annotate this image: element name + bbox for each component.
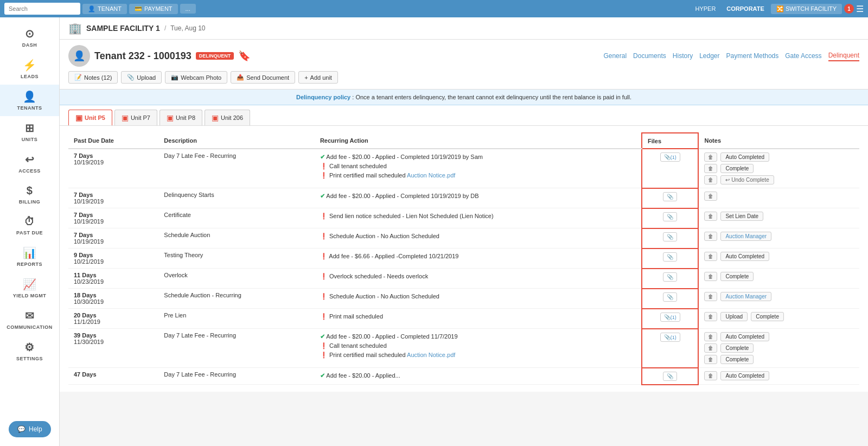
description-cell: Schedule Auction	[158, 228, 315, 249]
sidebar-item-pastdue[interactable]: ⏱ PAST DUE	[0, 210, 59, 241]
switch-facility-button[interactable]: 🔀 SWITCH FACILITY	[771, 4, 842, 14]
help-button[interactable]: 💬 Help	[9, 421, 51, 437]
sidebar-item-billing[interactable]: $ BILLING	[0, 179, 59, 210]
more-nav-button[interactable]: ...	[180, 4, 196, 14]
complete-note-button[interactable]: Complete	[751, 312, 784, 321]
reports-icon: 📊	[23, 246, 37, 259]
content-area: 🏢 SAMPLE FACILITY 1 / Tue, Aug 10 👤 Tena…	[60, 17, 868, 446]
trash-button[interactable]: 🗑	[704, 371, 717, 380]
action-note-button[interactable]: Complete	[720, 355, 754, 364]
action-note-button[interactable]: Complete	[720, 343, 754, 353]
sidebar-item-units[interactable]: ⊞ UNITS	[0, 116, 59, 148]
action-note-button[interactable]: Complete	[720, 164, 754, 173]
file-attachment-button[interactable]: 📎(1)	[660, 313, 680, 322]
notes-button[interactable]: 📝 Notes (12)	[68, 71, 118, 84]
trash-button[interactable]: 🗑	[704, 272, 717, 281]
file-link[interactable]: Auction Notice.pdf	[407, 352, 455, 358]
notes-cell: 🗑Complete	[698, 269, 859, 289]
unit-dot-icon: ▣	[167, 113, 174, 122]
notes-cell: 🗑Auto Completed	[698, 249, 859, 269]
nav-documents[interactable]: Documents	[633, 50, 666, 61]
file-attachment-button[interactable]: 📎	[663, 212, 677, 221]
hamburger-icon[interactable]: ☰	[856, 4, 864, 14]
hyper-link[interactable]: HYPER	[691, 4, 720, 14]
file-attachment-button[interactable]: 📎	[663, 292, 677, 302]
file-attachment-button[interactable]: 📎	[663, 232, 677, 241]
nav-delinquent[interactable]: Delinquent	[828, 50, 859, 61]
alert-badge[interactable]: 1	[844, 4, 854, 14]
file-attachment-button[interactable]: 📎	[663, 192, 677, 201]
file-attachment-button[interactable]: 📎(1)	[660, 333, 680, 342]
sidebar-item-access[interactable]: ↩ ACCESS	[0, 148, 59, 179]
action-note-button[interactable]: Auto Completed	[720, 371, 769, 380]
notes-cell: 🗑Auction Manager	[698, 289, 859, 309]
tenants-icon: 👤	[23, 90, 37, 103]
nav-ledger[interactable]: Ledger	[699, 50, 719, 61]
webcam-button[interactable]: 📷 Webcam Photo	[165, 71, 227, 84]
sidebar-item-communication[interactable]: ✉ COMMUNICATION	[0, 304, 59, 335]
check-icon: ✔	[320, 372, 325, 379]
trash-button[interactable]: 🗑	[704, 164, 717, 173]
nav-payment-methods[interactable]: Payment Methods	[726, 50, 779, 61]
upload-button[interactable]: 📎 Upload	[121, 71, 162, 84]
trash-button[interactable]: 🗑	[704, 192, 717, 201]
trash-button[interactable]: 🗑	[704, 252, 717, 261]
add-unit-button[interactable]: + Add unit	[298, 71, 338, 84]
leads-icon: ⚡	[23, 59, 37, 72]
nav-general[interactable]: General	[603, 50, 627, 61]
files-cell: 📎	[642, 188, 698, 208]
tab-unit-p5[interactable]: ▣ Unit P5	[68, 110, 112, 125]
file-attachment-button[interactable]: 📎	[663, 372, 677, 381]
corporate-link[interactable]: CORPORATE	[722, 4, 768, 14]
tenant-header: 👤 Tenant 232 - 1000193 DELINQUENT 🔖 Gene…	[60, 40, 868, 90]
delinquency-notice: Delinquency policy : Once a tenant enter…	[60, 90, 868, 105]
trash-button[interactable]: 🗑	[704, 332, 717, 341]
trash-button[interactable]: 🗑	[704, 212, 717, 221]
tab-unit-206[interactable]: ▣ Unit 206	[205, 110, 250, 125]
file-link[interactable]: Auction Notice.pdf	[407, 172, 455, 179]
exclaim-icon: ❗	[320, 342, 328, 349]
trash-button[interactable]: 🗑	[704, 292, 717, 301]
trash-button[interactable]: 🗑	[704, 343, 717, 353]
nav-gate-access[interactable]: Gate Access	[785, 50, 821, 61]
exclaim-icon: ❗	[320, 172, 328, 179]
payment-nav-button[interactable]: 💳 PAYMENT	[129, 4, 178, 14]
sidebar-item-reports[interactable]: 📊 REPORTS	[0, 241, 59, 272]
tenant-info-left: 👤 Tenant 232 - 1000193 DELINQUENT 🔖	[68, 45, 250, 67]
search-input[interactable]	[4, 3, 80, 15]
trash-button[interactable]: 🗑	[704, 175, 717, 184]
sidebar-item-tenants[interactable]: 👤 TENANTS	[0, 85, 59, 116]
send-document-button[interactable]: 📤 Send Document	[231, 71, 295, 84]
action-note-button[interactable]: Complete	[720, 272, 754, 281]
nav-history[interactable]: History	[673, 50, 693, 61]
bookmark-icon[interactable]: 🔖	[238, 50, 250, 62]
sidebar-item-leads[interactable]: ⚡ LEADS	[0, 53, 59, 85]
sidebar-item-yieldmgmt[interactable]: 📈 YIELD MGMT	[0, 272, 59, 304]
file-attachment-button[interactable]: 📎	[663, 252, 677, 262]
description-cell: Day 7 Late Fee - Recurring	[158, 368, 315, 385]
action-note-button[interactable]: Auction Manager	[720, 232, 771, 241]
action-note-button[interactable]: Set Lien Date	[720, 212, 763, 221]
past-due-date-cell: 7 Days10/19/2019	[68, 188, 158, 208]
files-cell: 📎(1)	[642, 329, 698, 368]
action-note-button[interactable]: Auto Completed	[720, 332, 769, 341]
action-note-button[interactable]: ↩ Undo Complete	[720, 175, 774, 184]
trash-button[interactable]: 🗑	[704, 355, 717, 364]
action-note-button[interactable]: Auction Manager	[720, 292, 771, 301]
files-cell: 📎	[642, 269, 698, 289]
action-note-button[interactable]: Auto Completed	[720, 252, 769, 261]
trash-button[interactable]: 🗑	[704, 152, 717, 162]
tab-unit-p8[interactable]: ▣ Unit P8	[159, 110, 202, 125]
upload-note-button[interactable]: Upload	[720, 312, 748, 321]
sidebar-item-dash[interactable]: ⊙ DASH	[0, 22, 59, 53]
tenant-nav-button[interactable]: 👤 TENANT	[82, 4, 127, 14]
sidebar-item-settings[interactable]: ⚙ SETTINGS	[0, 335, 59, 367]
file-attachment-button[interactable]: 📎(1)	[660, 152, 680, 162]
tab-unit-p7[interactable]: ▣ Unit P7	[114, 110, 157, 125]
trash-button[interactable]: 🗑	[704, 232, 717, 241]
file-attachment-button[interactable]: 📎	[663, 272, 677, 282]
table-row: 11 Days10/23/2019Overlock❗ Overlock sche…	[68, 269, 859, 289]
past-due-date-cell: 11 Days10/23/2019	[68, 269, 158, 289]
trash-button[interactable]: 🗑	[704, 312, 717, 321]
action-note-button[interactable]: Auto Completed	[720, 152, 769, 162]
